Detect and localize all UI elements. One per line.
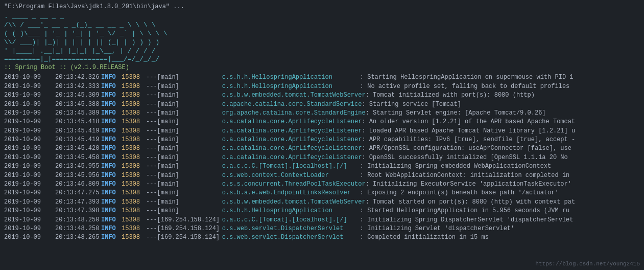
log-time: 20:13:45.388: [55, 100, 101, 109]
log-bracket: [: [157, 198, 161, 207]
log-message: : Starting Servlet engine: [Apache Tomca…: [366, 109, 640, 118]
log-pid: 15308: [122, 82, 146, 91]
log-thread: main]: [161, 144, 222, 153]
log-bracket: [: [157, 91, 161, 100]
log-pid: 15308: [122, 207, 146, 215]
log-level: INFO: [101, 109, 122, 118]
log-pid: 15308: [122, 127, 146, 136]
log-time: 20:13:45.956: [55, 171, 101, 180]
log-bracket: [: [157, 100, 161, 109]
log-class: o.a.c.c.C.[Tomcat].[localhost].[/]: [222, 216, 360, 224]
log-bracket: [: [157, 109, 161, 118]
log-level: INFO: [101, 233, 122, 242]
log-time: 20:13:47.393: [55, 198, 101, 207]
log-bracket: [: [157, 233, 161, 242]
log-date: 2019-10-09: [4, 180, 55, 189]
log-date: 2019-10-09: [4, 109, 55, 118]
log-pid: 15308: [122, 144, 146, 153]
log-date: 2019-10-09: [4, 73, 55, 82]
log-separator: ---: [146, 162, 157, 171]
log-separator: ---: [146, 216, 157, 224]
log-bracket: [: [157, 171, 161, 180]
log-level: INFO: [101, 136, 122, 144]
log-class: c.s.h.h.HellospringApplication: [222, 73, 360, 82]
log-message: : Started HellospringApplication in 5.95…: [360, 207, 640, 215]
log-class: o.apache.catalina.core.StandardService: [222, 100, 362, 109]
log-bracket: [: [157, 153, 161, 162]
log-time: 20:13:42.333: [55, 82, 101, 91]
spring-version: :: Spring Boot :: (v2.1.9.RELEASE): [0, 64, 644, 73]
log-line: 2019-10-09 20:13:48.265 INFO 15308 --- […: [4, 233, 640, 242]
log-line: 2019-10-09 20:13:48.250 INFO 15308 --- […: [4, 224, 640, 233]
log-class: o.a.catalina.core.AprLifecycleListener: [222, 127, 362, 136]
log-separator: ---: [146, 136, 157, 144]
log-line: 2019-10-09 20:13:48.250 INFO 15308 --- […: [4, 216, 640, 224]
log-message: : APR/OpenSSL configuration: useAprConne…: [362, 144, 640, 153]
ascii-line: /\\ / ___'_ __ _ _(_)_ __ __ _ \ \ \ \: [4, 21, 640, 30]
log-line: 2019-10-09 20:13:47.398 INFO 15308 --- […: [4, 207, 640, 215]
ascii-line: ( ( )\___ | '_ | '_| | '_ \/ _` | \ \ \ …: [4, 30, 640, 38]
log-time: 20:13:47.398: [55, 207, 101, 215]
log-thread: main]: [161, 109, 222, 118]
log-message: : Completed initialization in 15 ms: [360, 233, 640, 242]
log-pid: 15308: [122, 180, 146, 189]
log-level: INFO: [101, 127, 122, 136]
log-line: 2019-10-09 20:13:42.333 INFO 15308 --- […: [4, 82, 640, 91]
log-level: INFO: [101, 118, 122, 126]
log-line: 2019-10-09 20:13:45.309 INFO 15308 --- […: [4, 91, 640, 100]
log-thread: 169.254.158.124]: [161, 233, 222, 242]
log-level: INFO: [101, 144, 122, 153]
log-thread: 169.254.158.124]: [161, 216, 222, 224]
log-time: 20:13:47.275: [55, 189, 101, 197]
log-date: 2019-10-09: [4, 224, 55, 233]
log-level: INFO: [101, 100, 122, 109]
log-date: 2019-10-09: [4, 162, 55, 171]
log-class: o.a.catalina.core.AprLifecycleListener: [222, 136, 362, 144]
log-line: 2019-10-09 20:13:45.956 INFO 15308 --- […: [4, 171, 640, 180]
log-bracket: [: [157, 162, 161, 171]
log-line: 2019-10-09 20:13:46.809 INFO 15308 --- […: [4, 180, 640, 189]
log-class: o.s.web.context.ContextLoader: [222, 171, 360, 180]
log-time: 20:13:42.326: [55, 73, 101, 82]
log-class: o.a.catalina.core.AprLifecycleListener: [222, 144, 362, 153]
log-message: : Initializing Spring DispatcherServlet …: [360, 216, 640, 224]
log-class: o.s.web.servlet.DispatcherServlet: [222, 233, 360, 242]
log-time: 20:13:48.265: [55, 233, 101, 242]
log-line: 2019-10-09 20:13:45.419 INFO 15308 --- […: [4, 127, 640, 136]
log-class: o.a.catalina.core.AprLifecycleListener: [222, 118, 362, 126]
log-date: 2019-10-09: [4, 91, 55, 100]
log-date: 2019-10-09: [4, 118, 55, 126]
log-separator: ---: [146, 207, 157, 215]
log-message: : Starting HellospringApplication on sup…: [360, 73, 640, 82]
log-class: c.s.h.h.HellospringApplication: [222, 207, 360, 215]
log-separator: ---: [146, 233, 157, 242]
log-time: 20:13:45.418: [55, 118, 101, 126]
watermark: https://blog.csdn.net/young2415: [535, 261, 640, 267]
log-bracket: [: [157, 180, 161, 189]
log-thread: 169.254.158.124]: [161, 224, 222, 233]
log-thread: main]: [161, 91, 222, 100]
log-bracket: [: [157, 118, 161, 126]
log-time: 20:13:45.309: [55, 91, 101, 100]
log-time: 20:13:48.250: [55, 216, 101, 224]
log-separator: ---: [146, 91, 157, 100]
log-time: 20:13:45.955: [55, 162, 101, 171]
log-line: 2019-10-09 20:13:47.393 INFO 15308 --- […: [4, 198, 640, 207]
log-pid: 15308: [122, 118, 146, 126]
log-message: : Initializing ExecutorService 'applicat…: [366, 180, 640, 189]
log-pid: 15308: [122, 153, 146, 162]
log-line: 2019-10-09 20:13:45.420 INFO 15308 --- […: [4, 144, 640, 153]
log-pid: 15308: [122, 171, 146, 180]
log-bracket: [: [157, 224, 161, 233]
log-time: 20:13:45.419: [55, 127, 101, 136]
log-message: : No active profile set, falling back to…: [360, 82, 640, 91]
log-date: 2019-10-09: [4, 153, 55, 162]
log-date: 2019-10-09: [4, 82, 55, 91]
log-pid: 15308: [122, 73, 146, 82]
log-line: 2019-10-09 20:13:42.326 INFO 15308 --- […: [4, 73, 640, 82]
log-separator: ---: [146, 144, 157, 153]
log-line: 2019-10-09 20:13:47.275 INFO 15308 --- […: [4, 189, 640, 197]
log-pid: 15308: [122, 136, 146, 144]
log-pid: 15308: [122, 91, 146, 100]
log-message: : Loaded APR based Apache Tomcat Native …: [362, 127, 640, 136]
